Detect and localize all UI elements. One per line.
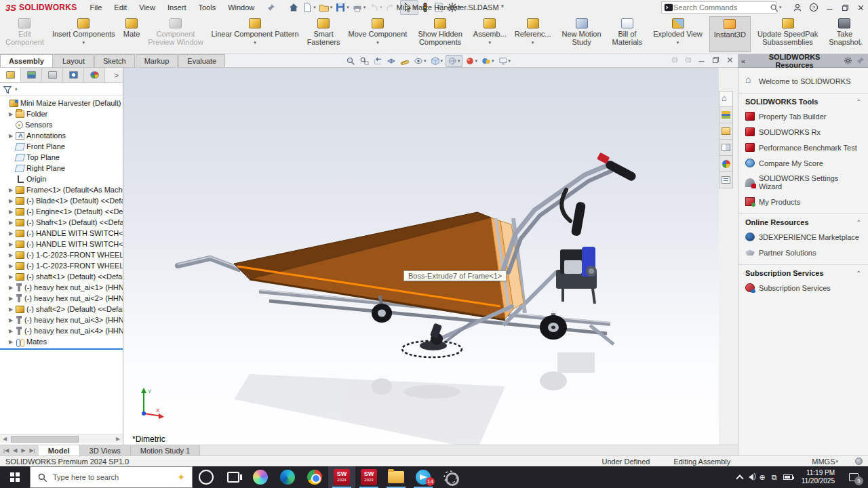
bill-of-materials-button[interactable]: Bill ofMaterials <box>608 16 647 52</box>
scrollbar-thumb[interactable] <box>11 436 79 443</box>
minimize-doc-button[interactable] <box>697 56 706 64</box>
taskpane-link[interactable]: Performance Benchmark Test <box>738 140 868 155</box>
panel-tab-dimxpert-manager[interactable] <box>63 68 84 82</box>
expand-arrow-icon[interactable]: ▶ <box>9 296 16 302</box>
chrome-taskbar-button[interactable] <box>301 466 328 488</box>
taskpane-link[interactable]: Compare My Score <box>738 155 868 171</box>
collapse-pane-icon[interactable]: « <box>741 57 745 65</box>
hide-show-items-caret-icon[interactable]: ▾ <box>475 58 478 64</box>
doc-tab-motion-study-1[interactable]: Motion Study 1 <box>131 445 200 455</box>
tree-item[interactable]: ▶Mates <box>0 336 123 347</box>
expand-arrow-icon[interactable]: ▶ <box>9 285 16 291</box>
tree-item[interactable]: ▶(-) 1-C-2023-FRONT WHEEL<2> ( <box>0 260 123 271</box>
tree-item[interactable]: ▶(-) heavy hex nut_ai<4> (HHNUT <box>0 325 123 336</box>
move-component-button[interactable]: Move Component▾ <box>344 16 412 52</box>
apply-scene-button[interactable]: ▾ <box>480 56 496 66</box>
smart-fasteners-button[interactable]: SmartFasteners <box>303 16 344 52</box>
graphics-area[interactable]: Boss-Extrude7 of Frame<1> *Dimetric Y X <box>123 68 719 445</box>
expand-arrow-icon[interactable]: ▶ <box>9 241 16 247</box>
pane-pin-icon[interactable] <box>856 56 865 65</box>
hide-show-items-button[interactable]: ▾ <box>464 56 479 66</box>
zoom-to-area-button[interactable] <box>358 56 370 66</box>
view-orientation-caret-icon[interactable]: ▾ <box>441 58 443 64</box>
expand-arrow-icon[interactable]: ▶ <box>9 317 16 323</box>
last-tab-icon[interactable]: ▶| <box>28 447 37 453</box>
side-tab-custom-properties[interactable] <box>719 172 733 188</box>
panel-tab-property-manager[interactable] <box>21 68 42 82</box>
tree-horizontal-scrollbar[interactable]: ◀ ▶ <box>0 434 123 443</box>
tree-filter-row[interactable]: ▾ <box>0 83 123 96</box>
undo-caret-icon[interactable]: ▾ <box>380 5 382 10</box>
filter-funnel-icon[interactable] <box>3 85 12 94</box>
restore-doc-button[interactable] <box>711 56 720 64</box>
side-tab-home[interactable] <box>719 91 733 107</box>
taskbar-clock[interactable]: 11:19 PM 11/20/2025 <box>799 469 837 485</box>
doc-tab-3d-views[interactable]: 3D Views <box>80 445 131 455</box>
large-assembly-settings-button[interactable]: Large AssemblySettings <box>865 16 868 52</box>
search-icon[interactable] <box>770 3 778 12</box>
move-component-caret-icon[interactable]: ▾ <box>376 39 379 47</box>
tree-item[interactable]: ▶(-) HANDLE WITH SWITCH<2> (D <box>0 239 123 249</box>
tree-item[interactable]: ▶(-) heavy hex nut_ai<1> (HHNUT <box>0 282 123 293</box>
edge-taskbar-button[interactable] <box>274 466 301 488</box>
action-center-button[interactable]: 5 <box>844 466 864 488</box>
welcome-to-solidworks-link[interactable]: Welcome to SOLIDWORKS <box>738 73 868 89</box>
new-motion-study-button[interactable]: New MotionStudy <box>558 16 606 52</box>
show-hidden-components-button[interactable]: Show HiddenComponents <box>414 16 466 52</box>
telegram-taskbar-button[interactable]: 14 <box>410 466 437 488</box>
panel-tab-display-manager[interactable] <box>84 68 105 82</box>
chevron-up-icon[interactable] <box>736 474 743 482</box>
side-tab-view-palette[interactable] <box>719 140 733 156</box>
user-button[interactable] <box>793 3 802 12</box>
expand-arrow-icon[interactable]: ▶ <box>9 306 16 312</box>
reference-geometry-caret-icon[interactable]: ▾ <box>532 39 534 47</box>
section-collapse-icon[interactable]: ⌃ <box>856 270 861 277</box>
tree-item[interactable]: ▶(-) heavy hex nut_ai<2> (HHNUT <box>0 293 123 304</box>
panel-tab-configuration-manager[interactable] <box>42 68 63 82</box>
search-highlights-icon[interactable]: ✦ <box>177 472 185 483</box>
assembly-features-caret-icon[interactable]: ▾ <box>489 39 492 47</box>
expand-arrow-icon[interactable]: ▶ <box>9 187 16 193</box>
tree-item[interactable]: Front Plane <box>0 141 123 152</box>
side-tab-appearances-scenes[interactable] <box>719 156 733 172</box>
tab-evaluate[interactable]: Evaluate <box>178 54 225 67</box>
settings-gear-taskbar-button[interactable] <box>437 466 464 488</box>
pane-options-gear-icon[interactable] <box>844 56 852 65</box>
linear-component-pattern-button[interactable]: Linear Component Pattern▾ <box>208 16 303 52</box>
menu-insert[interactable]: Insert <box>161 1 193 14</box>
print-button[interactable]: ▾ <box>351 1 368 14</box>
scroll-right-icon[interactable]: ▶ <box>113 436 123 442</box>
search-caret-icon[interactable]: ▾ <box>779 5 782 10</box>
expand-arrow-icon[interactable]: ▶ <box>9 209 16 215</box>
tree-item[interactable]: ▶(-) heavy hex nut_ai<3> (HHNUT <box>0 314 123 325</box>
previous-view-button[interactable] <box>372 56 384 66</box>
menu-file[interactable]: File <box>84 1 108 14</box>
panel-tabs-overflow-icon[interactable]: > <box>105 68 123 82</box>
tree-item[interactable]: ▶(-) shaft<1> (Default) <<Default: <box>0 271 123 282</box>
section-collapse-icon[interactable]: ⌃ <box>856 98 861 105</box>
start-button[interactable] <box>0 466 30 488</box>
tree-item[interactable]: ▶(-) shaft<2> (Default) <<Default: <box>0 304 123 314</box>
expand-arrow-icon[interactable]: ▶ <box>9 230 16 237</box>
taskview-taskbar-button[interactable] <box>220 466 247 488</box>
dynamic-annotation-views-button[interactable]: ▾ <box>412 56 428 66</box>
taskpane-link[interactable]: Subscription Services <box>738 280 868 296</box>
status-globe-icon[interactable] <box>855 458 863 465</box>
view-orientation-button[interactable]: ▾ <box>429 56 445 66</box>
command-search[interactable]: ▾ <box>661 1 776 14</box>
tree-item[interactable]: ▶(-) Shafr<1> (Default) <<Default <box>0 217 123 228</box>
expand-arrow-icon[interactable]: ▶ <box>9 328 16 334</box>
tree-item[interactable]: ▶(-) HANDLE WITH SWITCH<1> (D <box>0 228 123 239</box>
tree-item[interactable]: Top Plane <box>0 152 123 163</box>
search-commands-input[interactable] <box>673 3 770 12</box>
instant3d-button[interactable]: Instant3D <box>709 16 751 52</box>
win-next-doc-button[interactable] <box>684 56 692 64</box>
zoom-to-fit-button[interactable] <box>344 56 357 66</box>
save-button[interactable]: ▾ <box>334 1 351 14</box>
tab-navigation-buttons[interactable]: |◀ ◀ ▶ ▶| <box>0 445 39 455</box>
pin-menu-icon[interactable] <box>260 1 281 14</box>
apply-scene-caret-icon[interactable]: ▾ <box>492 58 494 64</box>
exploded-view-button[interactable]: Exploded View▾ <box>649 16 707 52</box>
solidworks-2023-taskbar-button[interactable]: SW2023 <box>355 466 382 488</box>
win-prev-doc-button[interactable] <box>671 56 679 64</box>
